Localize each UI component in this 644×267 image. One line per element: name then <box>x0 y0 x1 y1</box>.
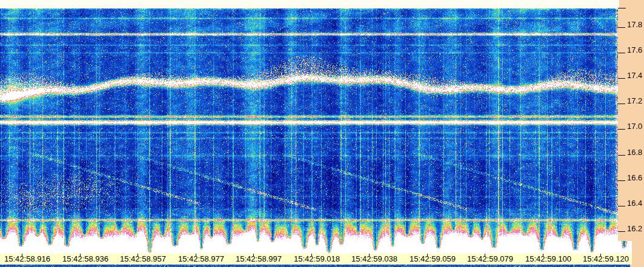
time-tick-label: 15:42:59.018 <box>289 255 345 263</box>
time-tick-label: 15:42:59.038 <box>347 255 402 263</box>
freq-axis-top-tick <box>618 8 626 8</box>
freq-tick-label: 16.8 <box>627 149 644 156</box>
bottom-noise-strip <box>0 265 630 267</box>
time-tick-label: 15:42:59.059 <box>405 255 460 263</box>
time-tick-label: 15:42:58.936 <box>58 255 113 263</box>
time-tick-label: 15:42:58.997 <box>231 255 287 263</box>
freq-tick-label: 16.4 <box>627 200 644 207</box>
freq-tick <box>618 180 625 181</box>
freq-tick <box>618 104 625 104</box>
freq-tick-label: 17.2 <box>627 97 644 105</box>
time-tick-label: 15:42:58.957 <box>115 255 171 263</box>
freq-tick <box>618 27 625 28</box>
freq-tick-label: 17.8 <box>627 21 644 28</box>
freq-tick-label: 17.6 <box>627 47 644 54</box>
freq-tick-label: 17.0 <box>627 123 644 130</box>
spectrogram-canvas <box>0 8 632 254</box>
freq-tick <box>618 53 625 53</box>
freq-tick <box>618 129 625 130</box>
time-tick-label: 15:42:59.100 <box>520 255 576 263</box>
freq-tick <box>618 78 625 79</box>
freq-tick-label: 16.2 <box>627 225 644 232</box>
time-tick-label: 15:42:59.120 <box>578 255 634 263</box>
freq-tick <box>618 206 625 206</box>
freq-tick-label: 16.6 <box>627 174 644 182</box>
time-tick-label: 15:42:58.916 <box>0 255 55 263</box>
freq-tick-label: 17.4 <box>627 72 644 79</box>
time-tick-label: 15:42:58.977 <box>173 255 229 263</box>
freq-tick <box>618 155 625 156</box>
time-tick-label: 15:42:59.079 <box>462 255 518 263</box>
freq-tick <box>618 231 625 232</box>
spectrograph-window: AJ4CO Observatory - 12 Nov 2015 - TWB 2 … <box>0 0 644 267</box>
title-bar: AJ4CO Observatory - 12 Nov 2015 - TWB 2 … <box>0 0 619 8</box>
